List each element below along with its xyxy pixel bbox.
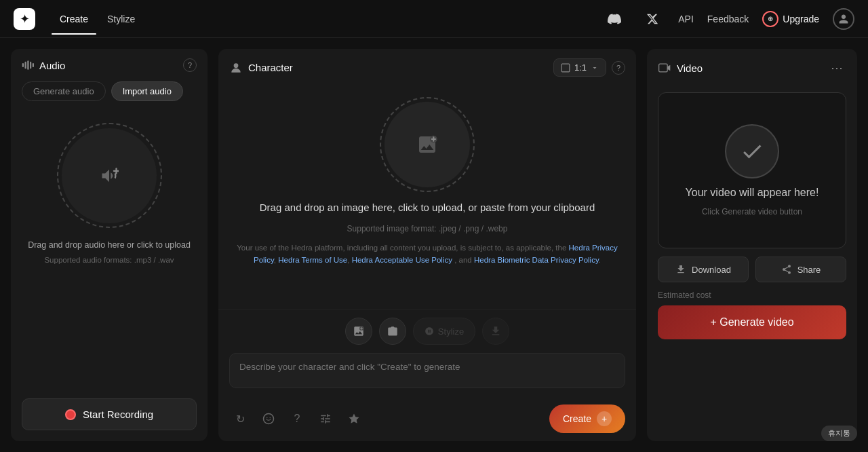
char-drop-inner [384,102,470,187]
svg-rect-6 [33,63,34,67]
svg-rect-5 [30,62,31,69]
biometric-link[interactable]: Hedra Biometric Data Privacy Policy [474,256,599,264]
character-title-group: Character [229,61,293,75]
tab-import-audio[interactable]: Import audio [111,81,183,101]
acceptable-use-link[interactable]: Hedra Acceptable Use Policy [352,256,452,264]
svg-text:✦: ✦ [20,12,30,26]
audio-drop-inner [62,128,157,223]
svg-rect-10 [561,64,570,72]
character-panel-header: Character 1:1 ? [218,49,636,86]
start-recording-button[interactable]: Start Recording [22,398,197,430]
logo[interactable]: ✦ [14,8,35,30]
video-icon [658,61,671,75]
svg-point-9 [234,63,239,68]
character-icon [229,61,243,75]
twitter-icon[interactable] [640,7,665,31]
video-title-group: Video [658,61,703,75]
upgrade-icon: ⊕ [762,11,778,27]
generate-video-button[interactable]: + Generate video [658,305,846,339]
aspect-ratio-icon [561,63,570,73]
nav-stylize[interactable]: Stylize [99,10,143,29]
estimated-cost-label: Estimated cost [647,290,857,305]
upgrade-button[interactable]: ⊕ Upgrade [762,11,819,27]
video-preview-area: Your video will appear here! Click Gener… [658,92,846,248]
char-help-tool-btn[interactable]: ? [286,408,308,430]
char-camera-btn[interactable] [379,318,406,345]
video-appear-text: Your video will appear here! [686,187,819,199]
download-icon [675,264,686,275]
char-header-right: 1:1 ? [553,58,625,77]
char-format-hint: Supported image format: .jpeg / .png / .… [347,224,508,233]
svg-rect-20 [659,64,668,72]
audio-drop-hint: Drag and drop audio here or click to upl… [28,239,191,266]
audio-panel-title: Audio [39,60,65,71]
audio-drop-zone[interactable] [57,123,162,228]
char-settings-btn[interactable] [315,408,336,430]
video-gen-hint: Click Generate video button [702,207,802,216]
char-prompt-input[interactable] [229,353,625,388]
tab-generate-audio[interactable]: Generate audio [22,81,106,101]
video-panel-header: Video ⋯ [647,49,857,87]
video-more-btn[interactable]: ⋯ [827,58,846,77]
stylize-btn-label: Stylize [438,326,464,337]
char-drop-hint: Drag and drop an image here, click to up… [260,200,595,216]
char-download-btn[interactable] [482,318,509,345]
audio-help-btn[interactable]: ? [183,58,197,72]
audio-panel-header: Audio ? [11,49,208,81]
mobile-badge: 휴지통 [821,426,857,441]
nav-right: API Feedback ⊕ Upgrade [602,7,854,31]
nav-create[interactable]: Create [52,10,96,29]
character-help-btn[interactable]: ? [612,61,625,75]
share-button[interactable]: Share [755,257,846,282]
start-recording-label: Start Recording [83,409,153,420]
char-emoji-btn[interactable] [258,408,279,430]
char-bottom-bar: ↻ ? Create [218,399,636,441]
discord-icon[interactable] [602,7,627,31]
svg-point-18 [267,417,268,419]
char-prompt-area[interactable] [218,353,636,399]
avatar[interactable] [833,8,854,30]
chevron-down-icon [591,64,599,72]
char-star-btn[interactable] [343,408,365,430]
audio-tabs: Generate audio Import audio [11,81,208,109]
audio-panel: Audio ? Generate audio Import audio [11,49,208,441]
audio-title-group: Audio [22,59,65,71]
api-link[interactable]: API [678,14,694,24]
main-content: Audio ? Generate audio Import audio [0,38,868,452]
char-stylize-btn[interactable]: Stylize [413,318,475,345]
char-upload-btn[interactable] [345,318,372,345]
svg-rect-4 [27,60,28,70]
create-label: Create [563,413,591,424]
nav-links: Create Stylize [52,10,602,29]
create-plus-icon: + [597,411,612,426]
char-refresh-btn[interactable]: ↻ [229,408,251,430]
create-button[interactable]: Create + [549,404,625,433]
video-panel: Video ⋯ Your video will appear here! Cli… [647,49,857,441]
terms-link[interactable]: Hedra Terms of Use [278,256,347,264]
svg-rect-3 [25,62,26,69]
character-panel: Character 1:1 ? [218,49,636,441]
video-ready-icon [725,124,779,178]
image-add-icon [416,134,438,155]
download-button[interactable]: Download [658,257,749,282]
share-icon [781,264,792,275]
svg-rect-2 [22,63,24,67]
svg-point-19 [270,417,271,419]
video-panel-title: Video [677,62,703,74]
generate-video-label: + Generate video [710,316,793,328]
record-dot-icon [65,409,76,420]
char-action-bar: Stylize [218,309,636,353]
video-action-bar: Download Share [647,257,857,290]
aspect-ratio-selector[interactable]: 1:1 [553,58,606,77]
feedback-link[interactable]: Feedback [707,14,749,24]
character-upload-area[interactable]: Drag and drop an image here, click to up… [218,86,636,309]
navbar: ✦ Create Stylize API Feedback ⊕ Upgrade [0,0,868,38]
character-drop-zone[interactable] [380,97,475,192]
audio-formats-text: Supported audio formats: .mp3 / .wav [28,255,191,266]
speaker-plus-icon [100,166,119,185]
char-policy-text: Your use of the Hedra platform, includin… [229,242,625,267]
character-panel-title: Character [248,62,293,73]
svg-point-17 [264,414,274,424]
audio-upload-area[interactable]: Drag and drop audio here or click to upl… [11,109,208,266]
share-label: Share [797,265,821,275]
